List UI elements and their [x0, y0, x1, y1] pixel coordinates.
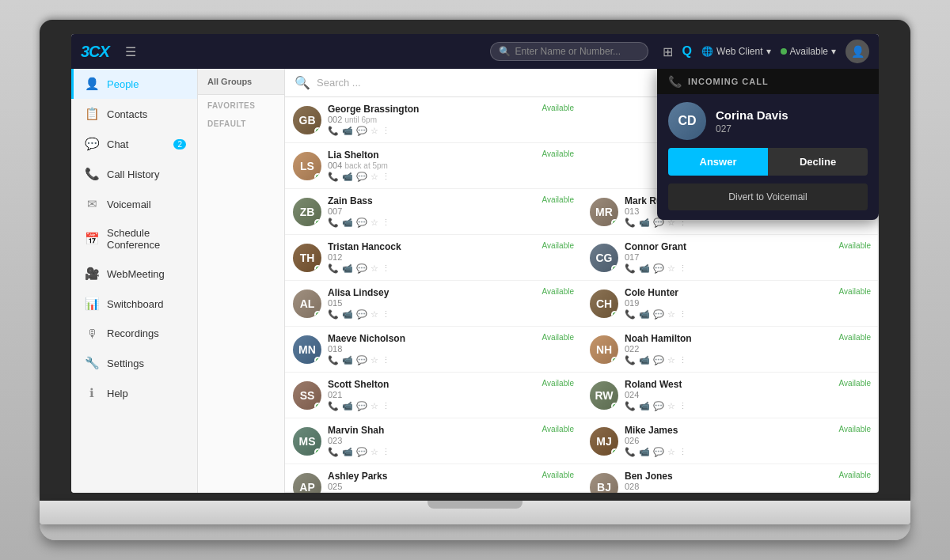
contact-item[interactable]: LS Lia Shelton Available 004 back at 5pm…	[285, 143, 582, 189]
status-selector[interactable]: Available ▾	[781, 46, 836, 57]
more-icon[interactable]: ⋮	[382, 218, 390, 228]
more-icon[interactable]: ⋮	[678, 355, 687, 365]
chat-icon[interactable]: 💬	[653, 263, 664, 274]
contact-item[interactable]: TH Tristan Hancock Available 012 📞 📹 💬 ☆…	[285, 235, 582, 281]
global-search[interactable]: 🔍	[490, 42, 648, 61]
star-icon[interactable]: ☆	[370, 263, 378, 274]
star-icon[interactable]: ☆	[370, 401, 378, 411]
video-icon[interactable]: 📹	[342, 172, 353, 182]
contact-item[interactable]: ZB Zain Bass Available 007 📞 📹 💬 ☆ ⋮	[285, 189, 582, 235]
video-icon[interactable]: 📹	[342, 309, 353, 320]
star-icon[interactable]: ☆	[370, 126, 378, 136]
star-icon[interactable]: ☆	[667, 447, 675, 457]
more-icon[interactable]: ⋮	[382, 126, 390, 136]
sidebar-item-webmeeting[interactable]: 🎥 WebMeeting	[71, 259, 197, 289]
video-icon[interactable]: 📹	[342, 263, 353, 274]
more-icon[interactable]: ⋮	[678, 447, 687, 457]
sidebar-item-help[interactable]: ℹ Help	[71, 378, 197, 408]
chat-icon[interactable]: 💬	[356, 401, 367, 411]
chat-icon[interactable]: 💬	[356, 447, 367, 457]
call-icon[interactable]: 📞	[328, 263, 339, 274]
contact-item[interactable]: SS Scott Shelton Available 021 📞 📹 💬 ☆ ⋮	[285, 373, 582, 418]
contact-item[interactable]: BJ Ben Jones Available 028 📞 📹 💬 ☆ ⋮	[582, 464, 879, 493]
chat-icon[interactable]: 💬	[356, 355, 367, 365]
star-icon[interactable]: ☆	[370, 447, 378, 457]
more-icon[interactable]: ⋮	[678, 263, 687, 274]
call-icon[interactable]: 📞	[328, 401, 339, 411]
sidebar-item-switchboard[interactable]: 📊 Switchboard	[71, 289, 197, 319]
video-icon[interactable]: 📹	[639, 309, 650, 320]
sidebar-item-call-history[interactable]: 📞 Call History	[71, 159, 197, 189]
sidebar-item-chat[interactable]: 💬 Chat 2	[71, 129, 197, 159]
call-icon[interactable]: 📞	[328, 355, 339, 365]
decline-button[interactable]: Decline	[768, 148, 868, 176]
more-icon[interactable]: ⋮	[382, 309, 390, 320]
more-icon[interactable]: ⋮	[382, 401, 390, 411]
sidebar-item-contacts[interactable]: 📋 Contacts	[71, 99, 197, 129]
video-icon[interactable]: 📹	[342, 355, 353, 365]
star-icon[interactable]: ☆	[667, 309, 675, 320]
video-icon[interactable]: 📹	[639, 401, 650, 411]
grid-icon[interactable]: ⊞	[663, 44, 673, 59]
star-icon[interactable]: ☆	[370, 172, 378, 182]
chat-icon[interactable]: 💬	[653, 355, 664, 365]
contact-item[interactable]: RW Roland West Available 024 📞 📹 💬 ☆ ⋮	[582, 373, 879, 418]
contact-item[interactable]: CH Cole Hunter Available 019 📞 📹 💬 ☆ ⋮	[582, 281, 879, 327]
star-icon[interactable]: ☆	[370, 355, 378, 365]
sidebar-item-recordings[interactable]: 🎙 Recordings	[71, 319, 197, 348]
call-icon[interactable]: 📞	[328, 309, 339, 320]
call-icon[interactable]: 📞	[625, 263, 636, 274]
video-icon[interactable]: 📹	[342, 126, 353, 136]
video-icon[interactable]: 📹	[342, 401, 353, 411]
star-icon[interactable]: ☆	[667, 263, 675, 274]
video-icon[interactable]: 📹	[639, 218, 650, 228]
queue-icon[interactable]: Q	[682, 44, 692, 59]
call-icon[interactable]: 📞	[328, 126, 339, 136]
sidebar-item-voicemail[interactable]: ✉ Voicemail	[71, 189, 197, 219]
star-icon[interactable]: ☆	[370, 218, 378, 228]
divert-voicemail-button[interactable]: Divert to Voicemail	[668, 184, 868, 210]
answer-button[interactable]: Answer	[668, 148, 768, 176]
global-search-input[interactable]	[515, 46, 640, 57]
web-client-selector[interactable]: 🌐 Web Client ▾	[701, 46, 770, 57]
call-icon[interactable]: 📞	[625, 309, 636, 320]
chat-icon[interactable]: 💬	[653, 401, 664, 411]
more-icon[interactable]: ⋮	[678, 401, 687, 411]
sidebar-item-settings[interactable]: 🔧 Settings	[71, 348, 197, 378]
contact-item[interactable]: GB George Brassington Available 002 unti…	[285, 97, 582, 143]
star-icon[interactable]: ☆	[370, 309, 378, 320]
video-icon[interactable]: 📹	[342, 218, 353, 228]
contact-item[interactable]: NH Noah Hamilton Available 022 📞 📹 💬 ☆ ⋮	[582, 327, 879, 373]
video-icon[interactable]: 📹	[639, 447, 650, 457]
call-icon[interactable]: 📞	[625, 401, 636, 411]
contact-item[interactable]: MJ Mike James Available 026 📞 📹 💬 ☆ ⋮	[582, 418, 879, 464]
star-icon[interactable]: ☆	[667, 401, 675, 411]
chat-icon[interactable]: 💬	[356, 172, 367, 182]
call-icon[interactable]: 📞	[625, 447, 636, 457]
chat-icon[interactable]: 💬	[653, 447, 664, 457]
more-icon[interactable]: ⋮	[678, 309, 687, 320]
menu-icon[interactable]: ☰	[125, 44, 136, 59]
chat-icon[interactable]: 💬	[356, 309, 367, 320]
user-avatar[interactable]: 👤	[846, 40, 869, 63]
sidebar-item-people[interactable]: 👤 People	[71, 69, 197, 99]
contact-item[interactable]: AL Alisa Lindsey Available 015 📞 📹 💬 ☆ ⋮	[285, 281, 582, 327]
call-icon[interactable]: 📞	[625, 355, 636, 365]
video-icon[interactable]: 📹	[639, 355, 650, 365]
contact-item[interactable]: AP Ashley Parks Available 025 📞 📹 💬 ☆ ⋮	[285, 464, 582, 493]
contact-item[interactable]: MS Marvin Shah Available 023 📞 📹 💬 ☆ ⋮	[285, 418, 582, 464]
call-icon[interactable]: 📞	[328, 447, 339, 457]
contact-item[interactable]: CG Connor Grant Available 017 📞 📹 💬 ☆ ⋮	[582, 235, 879, 281]
more-icon[interactable]: ⋮	[382, 447, 390, 457]
chat-icon[interactable]: 💬	[356, 218, 367, 228]
chat-icon[interactable]: 💬	[653, 309, 664, 320]
video-icon[interactable]: 📹	[639, 263, 650, 274]
star-icon[interactable]: ☆	[667, 355, 675, 365]
chat-icon[interactable]: 💬	[356, 263, 367, 274]
call-icon[interactable]: 📞	[625, 218, 636, 228]
call-icon[interactable]: 📞	[328, 172, 339, 182]
video-icon[interactable]: 📹	[342, 447, 353, 457]
call-icon[interactable]: 📞	[328, 218, 339, 228]
contact-item[interactable]: MN Maeve Nicholson Available 018 📞 📹 💬 ☆…	[285, 327, 582, 373]
more-icon[interactable]: ⋮	[382, 355, 390, 365]
